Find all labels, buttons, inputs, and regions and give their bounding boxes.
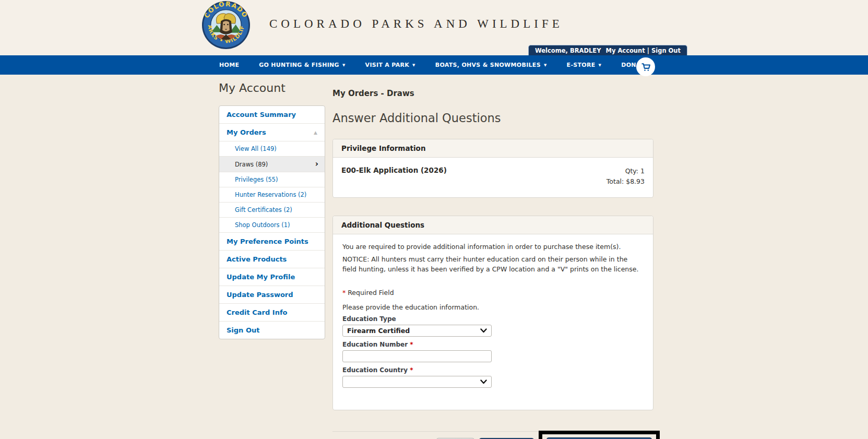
sidebar-item-update-profile[interactable]: Update My Profile xyxy=(219,268,325,286)
sidebar-item-view-all[interactable]: View All (149) xyxy=(219,141,325,156)
chevron-right-icon: › xyxy=(315,160,318,168)
cart-button[interactable] xyxy=(636,57,655,76)
welcome-bar: Welcome, BRADLEY My Account | Sign Out xyxy=(528,45,687,56)
required-asterisk: * xyxy=(410,341,413,348)
nav-boats-ohvs-snowmobiles[interactable]: BOATS, OHVS & SNOWMOBILES▼ xyxy=(435,62,547,68)
sidebar-item-privileges[interactable]: Privileges (55) xyxy=(219,172,325,187)
nav-e-store[interactable]: E-STORE▼ xyxy=(567,62,602,68)
education-country-label: Education Country * xyxy=(342,366,644,374)
chevron-down-icon: ▼ xyxy=(342,64,346,67)
sidebar-item-hunter-reservations[interactable]: Hunter Reservations (2) xyxy=(219,187,325,202)
nav-go-hunting-fishing[interactable]: GO HUNTING & FISHING▼ xyxy=(259,62,345,68)
additional-questions-panel: Additional Questions You are required to… xyxy=(332,216,653,410)
account-signout-links[interactable]: My Account | Sign Out xyxy=(605,47,681,54)
privilege-qty: Qty: 1 xyxy=(607,166,645,176)
page-title: Answer Additional Questions xyxy=(332,111,653,125)
education-prompt: Please provide the education information… xyxy=(342,303,644,311)
sidebar-item-active-products[interactable]: Active Products xyxy=(219,250,325,268)
education-number-input[interactable] xyxy=(342,350,492,362)
education-country-select[interactable] xyxy=(342,376,492,388)
site-header: COLORADO PARKS • WILDLIFE COLORADO PARKS… xyxy=(0,0,868,55)
chevron-down-icon: ▼ xyxy=(599,64,602,67)
sidebar-item-update-password[interactable]: Update Password xyxy=(219,286,325,303)
sidebar-item-draws[interactable]: Draws (89)› xyxy=(219,156,325,172)
main-navigation: HOME GO HUNTING & FISHING▼ VISIT A PARK▼… xyxy=(0,55,868,75)
cpw-logo-icon: COLORADO PARKS • WILDLIFE xyxy=(201,1,251,50)
required-field-note: * Required Field xyxy=(342,289,644,296)
chevron-down-icon: ▼ xyxy=(412,64,415,67)
privilege-panel-header: Privilege Information xyxy=(333,139,653,158)
privilege-total: Total: $8.93 xyxy=(607,176,645,187)
sidebar-item-shop-outdoors[interactable]: Shop Outdoors (1) xyxy=(219,217,325,232)
questions-notice-text: NOTICE: All hunters must carry their hun… xyxy=(342,254,644,275)
privilege-information-panel: Privilege Information E00-Elk Applicatio… xyxy=(332,139,653,198)
required-asterisk: * xyxy=(410,366,413,374)
highlight-annotation-box: Add to Cart and Checkout xyxy=(539,431,660,439)
education-number-label: Education Number * xyxy=(342,341,644,348)
chevron-down-icon xyxy=(480,379,487,384)
questions-panel-header: Additional Questions xyxy=(333,216,653,234)
sidebar-title: My Account xyxy=(219,81,286,94)
chevron-down-icon xyxy=(480,328,487,333)
shopping-cart-icon xyxy=(641,62,651,72)
chevron-down-icon: ▼ xyxy=(544,64,547,67)
action-buttons-row: Cancel Add to Cart Add to Cart and Check… xyxy=(332,432,653,439)
sidebar-item-sign-out[interactable]: Sign Out xyxy=(219,321,325,339)
main-content: My Orders - Draws Answer Additional Ques… xyxy=(332,82,653,439)
sidebar-item-preference-points[interactable]: My Preference Points xyxy=(219,232,325,250)
sidebar-item-account-summary[interactable]: Account Summary xyxy=(219,106,325,123)
site-title: COLORADO PARKS AND WILDLIFE xyxy=(269,17,563,31)
breadcrumb: My Orders - Draws xyxy=(332,89,653,98)
sidebar-item-credit-card-info[interactable]: Credit Card Info xyxy=(219,303,325,321)
cpw-account-page: COLORADO PARKS • WILDLIFE COLORADO PARKS… xyxy=(0,0,868,439)
privilege-item-name: E00-Elk Application (2026) xyxy=(341,166,447,187)
sidebar-item-my-orders[interactable]: My Orders▲ xyxy=(219,123,325,141)
collapse-triangle-icon: ▲ xyxy=(314,130,317,135)
nav-home[interactable]: HOME xyxy=(219,62,239,68)
education-type-label: Education Type xyxy=(342,315,644,323)
account-sidebar: Account Summary My Orders▲ View All (149… xyxy=(219,105,325,339)
nav-visit-a-park[interactable]: VISIT A PARK▼ xyxy=(365,62,415,68)
questions-intro-text: You are required to provide additional i… xyxy=(342,243,644,251)
education-type-select[interactable]: Firearm Certified xyxy=(342,325,492,337)
sidebar-item-gift-certificates[interactable]: Gift Certificates (2) xyxy=(219,202,325,217)
welcome-greeting: Welcome, BRADLEY xyxy=(535,47,601,54)
